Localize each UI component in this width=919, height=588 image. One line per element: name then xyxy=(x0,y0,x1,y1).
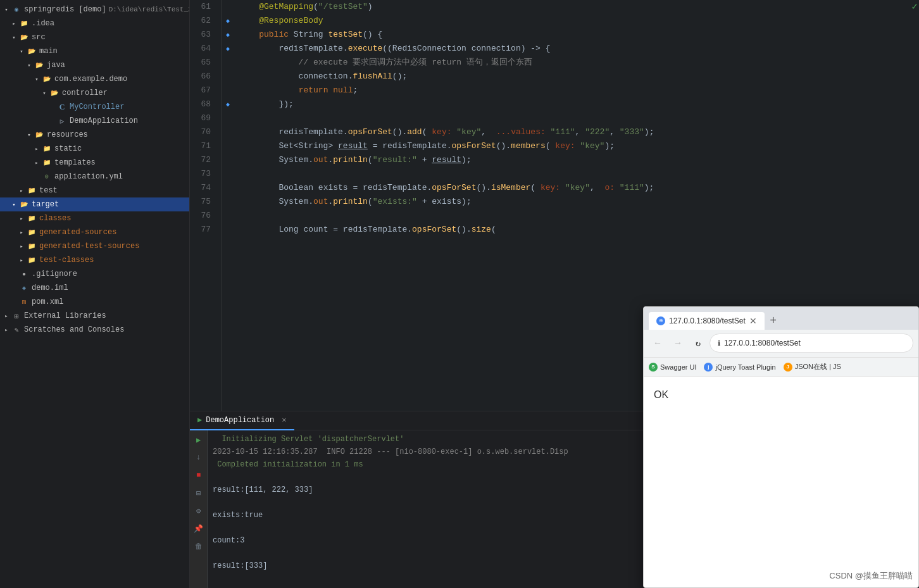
code-line: redisTemplate.execute((RedisConnection c… xyxy=(239,42,905,56)
expand-arrow xyxy=(3,326,10,334)
refresh-button[interactable]: ↻ xyxy=(689,334,707,352)
new-tab-button[interactable]: + xyxy=(765,312,782,330)
code-line: Boolean exists = redisTemplate.opsForSet… xyxy=(239,181,905,195)
sidebar-item-label: generated-sources xyxy=(39,228,116,237)
bookmark-swagger[interactable]: S Swagger UI xyxy=(649,363,696,372)
gutter-icon xyxy=(222,70,234,84)
browser-tab-bar: ⊕ 127.0.0.1:8080/testSet ✕ + xyxy=(644,307,918,330)
folder-icon: 📂 xyxy=(19,199,29,210)
browser-tab[interactable]: ⊕ 127.0.0.1:8080/testSet ✕ xyxy=(649,312,765,330)
folder-icon: 📁 xyxy=(42,158,52,168)
folder-icon: 📁 xyxy=(27,227,37,237)
sidebar-item-test[interactable]: 📁 test xyxy=(0,184,189,197)
back-button[interactable]: ← xyxy=(649,334,666,352)
lock-icon: ℹ xyxy=(718,339,720,347)
sidebar-item-generated-sources[interactable]: 📁 generated-sources xyxy=(0,225,189,239)
run-tool-restart[interactable]: ▶ xyxy=(192,433,206,447)
sidebar-item-scratches[interactable]: ✎ Scratches and Consoles xyxy=(0,323,189,337)
run-tool-pause[interactable]: ⊟ xyxy=(192,486,206,500)
sidebar-item-main[interactable]: 📂 main xyxy=(0,44,189,58)
address-bar[interactable]: ℹ 127.0.0.1:8080/testSet xyxy=(710,334,913,353)
run-tool-settings[interactable]: ⚙ xyxy=(192,504,206,518)
run-tool-stop[interactable]: ■ xyxy=(192,468,206,482)
code-line: System.out.println("exists:" + exists); xyxy=(239,195,905,209)
gutter-icon xyxy=(222,167,234,181)
bookmark-icon: J xyxy=(784,363,792,372)
line-num: 75 xyxy=(195,195,216,209)
watermark: CSDN @摸鱼王胖喵喵 xyxy=(829,570,913,582)
run-tool-pin[interactable]: 📌 xyxy=(192,522,206,535)
code-line: @ResponseBody xyxy=(239,14,905,28)
browser-popup: ⊕ 127.0.0.1:8080/testSet ✕ + ← → ↻ ℹ 127… xyxy=(643,306,919,588)
sidebar-item-mycontroller[interactable]: C MyController xyxy=(0,100,189,114)
gutter-icon xyxy=(222,139,234,153)
module-icon: ◉ xyxy=(11,4,22,15)
sidebar-item-demo-iml[interactable]: ◈ demo.iml xyxy=(0,281,189,295)
gutter-icon xyxy=(222,125,234,139)
run-tool-down[interactable]: ↓ xyxy=(192,451,206,465)
sidebar-item-label: src xyxy=(32,33,46,42)
expand-arrow xyxy=(33,75,41,83)
expand-arrow xyxy=(25,61,33,69)
sidebar-item-pom-xml[interactable]: m pom.xml xyxy=(0,295,189,309)
gutter-icon: ◆ xyxy=(222,42,234,56)
code-line: redisTemplate.opsForSet().add( key: "key… xyxy=(239,125,905,139)
close-tab-button[interactable]: ✕ xyxy=(749,316,757,326)
code-line: Long count = redisTemplate.opsForSet().s… xyxy=(239,223,905,237)
run-tab[interactable]: ▶ DemoApplication ✕ xyxy=(190,411,294,430)
code-line xyxy=(239,209,905,223)
sidebar-item-label: application.yml xyxy=(54,172,123,181)
line-num: 67 xyxy=(195,84,216,97)
bookmark-json[interactable]: J JSON在线 | JS xyxy=(784,362,841,372)
code-line xyxy=(239,111,905,125)
sidebar-item-templates[interactable]: 📁 templates xyxy=(0,156,189,170)
line-num: 77 xyxy=(195,223,216,237)
sidebar-item-test-classes[interactable]: 📁 test-classes xyxy=(0,253,189,267)
line-numbers: 61 62 63 64 65 66 67 68 69 70 71 72 73 7… xyxy=(190,0,222,411)
browser-chrome: ⊕ 127.0.0.1:8080/testSet ✕ + ← → ↻ ℹ 127… xyxy=(644,307,918,358)
sidebar-item-demoapplication[interactable]: ▷ DemoApplication xyxy=(0,114,189,128)
run-tab-label: DemoApplication xyxy=(206,416,274,425)
bookmark-jquery-toast[interactable]: j jQuery Toast Plugin xyxy=(704,363,775,372)
sidebar-item-generated-test-sources[interactable]: 📁 generated-test-sources xyxy=(0,239,189,253)
folder-icon: 📁 xyxy=(27,213,37,223)
line-num: 70 xyxy=(195,125,216,139)
sidebar-item-external-libraries[interactable]: ⊞ External Libraries xyxy=(0,309,189,323)
sidebar-item-target[interactable]: 📂 target xyxy=(0,197,189,211)
code-line: Set<String> result = redisTemplate.opsFo… xyxy=(239,139,905,153)
sidebar-item-classes[interactable]: 📁 classes xyxy=(0,211,189,225)
expand-arrow xyxy=(10,201,18,208)
sidebar-item-com-example-demo[interactable]: 📂 com.example.demo xyxy=(0,72,189,86)
sidebar-item-label: resources xyxy=(47,130,88,139)
expand-arrow xyxy=(33,159,41,166)
sidebar-item-springredis[interactable]: ◉ springredis [demo] D:\idea\redis\Test_… xyxy=(0,3,189,16)
folder-icon: 📁 xyxy=(27,241,37,251)
gutter-icon xyxy=(222,0,234,14)
sidebar-item-idea[interactable]: 📁 .idea xyxy=(0,16,189,30)
external-icon: ⊞ xyxy=(11,311,22,321)
sidebar-item-src[interactable]: 📂 src xyxy=(0,30,189,44)
forward-button[interactable]: → xyxy=(669,334,687,352)
sidebar-item-gitignore[interactable]: ● .gitignore xyxy=(0,267,189,281)
expand-arrow xyxy=(18,215,25,222)
sidebar-item-resources[interactable]: 📂 resources xyxy=(0,128,189,142)
close-tab-icon[interactable]: ✕ xyxy=(282,415,286,425)
sidebar-item-label: templates xyxy=(54,158,96,167)
sidebar-item-java[interactable]: 📂 java xyxy=(0,58,189,72)
bookmark-icon: j xyxy=(704,363,713,372)
run-tool-trash[interactable]: 🗑 xyxy=(192,539,206,553)
project-tree: ◉ springredis [demo] D:\idea\redis\Test_… xyxy=(0,0,190,588)
line-num: 76 xyxy=(195,209,216,223)
sidebar-item-application-yml[interactable]: ⚙ application.yml xyxy=(0,170,189,184)
sidebar-item-static[interactable]: 📁 static xyxy=(0,142,189,156)
expand-arrow xyxy=(18,47,25,55)
sidebar-item-label: main xyxy=(39,47,58,56)
browser-bookmarks: S Swagger UI j jQuery Toast Plugin J JSO… xyxy=(644,358,918,377)
sidebar-item-label: target xyxy=(32,200,59,209)
sidebar-item-controller[interactable]: 📂 controller xyxy=(0,86,189,100)
sidebar-item-label: Scratches and Consoles xyxy=(24,325,124,334)
code-line: }); xyxy=(239,97,905,111)
line-num: 69 xyxy=(195,111,216,125)
folder-icon: 📁 xyxy=(42,144,52,154)
gutter-icon: ◆ xyxy=(222,28,234,42)
